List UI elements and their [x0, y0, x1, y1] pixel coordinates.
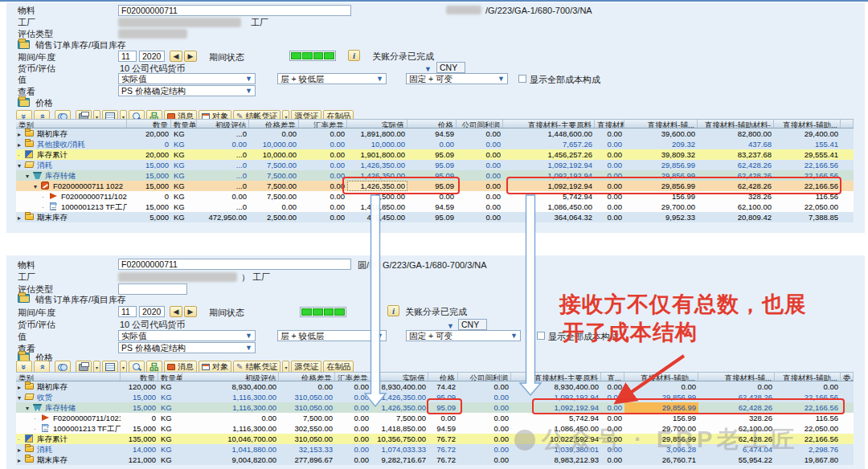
table-row[interactable]: ▸期末库存121,000KG9,004,820.00277,896.670.00… [16, 455, 854, 465]
level-select[interactable]: 层 + 较低层▼ [277, 73, 387, 84]
column-header[interactable] [841, 120, 854, 128]
tree-cell[interactable]: ▾库存转储 [16, 402, 121, 413]
column-header[interactable]: 类别 [16, 373, 121, 381]
info-icon[interactable]: i [387, 305, 399, 316]
column-header[interactable]: 价格差异 [249, 120, 299, 128]
fixed-variable-select[interactable]: 固定 + 可变▼ [406, 73, 508, 84]
table-row[interactable]: ·F02000000711/10220KG0.007,500.000.007,5… [16, 191, 854, 202]
fixed-variable-select[interactable]: 固定 + 可变▼ [406, 330, 521, 341]
tree-cell[interactable]: ▾消耗 [16, 160, 127, 170]
expand-toggle-icon[interactable]: ▸ [18, 140, 25, 149]
folder-icon[interactable] [18, 98, 30, 107]
expand-toggle-icon[interactable]: ▸ [18, 455, 25, 465]
table-row[interactable]: ·库存累计20,000KG...010,000.000.001,901,800.… [16, 149, 854, 160]
column-header[interactable]: 汇率差异 [335, 373, 371, 381]
column-header[interactable]: 数量单位 [158, 373, 182, 381]
column-header[interactable]: 委... [841, 373, 854, 381]
tree-cell[interactable]: ·F02000000711/1022 [16, 191, 127, 202]
tree-cell[interactable]: ·库存累计 [16, 434, 121, 444]
value-select[interactable]: 实际值▼ [118, 73, 256, 84]
expand-toggle-icon[interactable]: ▸ [18, 382, 25, 392]
table-row[interactable]: ·1000001213 TF工厂间的15,000KG1,116,300.0030… [16, 423, 854, 434]
column-header[interactable]: 初级评估 [197, 120, 249, 128]
table-row[interactable]: ·1000001213 TF工厂间的15,000KG...00.000.001,… [16, 202, 854, 212]
table-row[interactable]: ▸期末库存5,000KG472,950.002,500.000.00475,45… [16, 212, 854, 222]
column-header[interactable]: 直... [601, 373, 624, 381]
expand-toggle-icon[interactable]: ▾ [26, 171, 33, 181]
period-year-input[interactable]: 2020 [139, 51, 165, 62]
expand-toggle-icon[interactable]: · [34, 424, 41, 434]
next-period-button[interactable]: ▶ [184, 306, 197, 317]
table-row[interactable]: ▸期初库存120,000KG8,930,400.000.000.008,930,… [16, 381, 854, 392]
period-month-input[interactable]: 11 [118, 51, 137, 62]
column-header[interactable]: 价格 [428, 373, 458, 381]
expand-toggle-icon[interactable]: ▾ [34, 181, 41, 191]
column-header[interactable]: 数量单位 [171, 120, 197, 128]
column-header[interactable]: 直接材料-辅... [624, 120, 698, 128]
column-header[interactable]: 直接材料-... [595, 120, 624, 128]
column-header[interactable]: 数量 [121, 373, 158, 381]
column-header[interactable]: 数量 [127, 120, 171, 128]
column-header[interactable]: 直接材料-主要原料 [503, 120, 595, 128]
column-header[interactable]: 价格差异 [279, 373, 335, 381]
tree-cell[interactable]: ▸其他接收/消耗 [16, 139, 127, 149]
column-header[interactable]: 直接材料-主要原料 [511, 373, 601, 381]
tree-cell[interactable]: ▸期末库存 [16, 455, 121, 465]
previous-period-button[interactable]: ◀ [170, 51, 182, 62]
table-row[interactable]: ▾消耗15,000KG...07,500.000.001,426,350.009… [16, 160, 854, 170]
column-header[interactable]: 价格 [407, 120, 457, 128]
expand-toggle-icon[interactable]: ▸ [18, 213, 25, 222]
table-row[interactable]: ·F02000000711/10210KG0.007,500.000.007,5… [16, 413, 854, 423]
valuation-type-input[interactable] [118, 283, 187, 295]
expand-toggle-icon[interactable]: · [18, 434, 25, 444]
column-header[interactable]: 实际值 [371, 373, 428, 381]
tree-cell[interactable]: ·1000001213 TF工厂间的 [16, 202, 127, 212]
tree-cell[interactable]: ·1000001213 TF工厂间的 [16, 423, 121, 434]
tree-cell[interactable]: ▸期末库存 [16, 212, 127, 222]
column-header[interactable]: 直接材料-辅... [698, 373, 775, 381]
tree-cell[interactable]: ▾收货 [16, 392, 121, 402]
tree-cell[interactable]: ·库存累计 [16, 149, 127, 160]
table-row[interactable]: ▾库存转储15,000KG...07,500.000.001,426,350.0… [16, 170, 854, 181]
value-select[interactable]: 实际值▼ [118, 330, 256, 341]
view-select[interactable]: PS 价格确定结构▼ [118, 342, 256, 353]
folder-icon[interactable] [18, 40, 30, 49]
tree-cell[interactable]: ·F02000000711/1021 [16, 413, 121, 423]
expand-toggle-icon[interactable]: ▾ [26, 403, 33, 413]
column-header[interactable]: 类别 [16, 120, 127, 128]
expand-toggle-icon[interactable]: ▾ [18, 161, 25, 170]
table-row[interactable]: ▾收货15,000KG1,116,300.00310,050.000.001,4… [16, 392, 854, 402]
table-row[interactable]: ▸其他接收/消耗0KG0.0010,000.000.0010,000.000.0… [16, 139, 854, 149]
column-header[interactable]: 直接材料-辅助... [624, 373, 698, 381]
tree-cell[interactable]: ▸期初库存 [16, 128, 127, 139]
expand-toggle-icon[interactable]: ▾ [18, 393, 25, 402]
column-header[interactable]: 实际值 [347, 120, 407, 128]
expand-toggle-icon[interactable]: · [42, 202, 49, 212]
expand-toggle-icon[interactable]: · [34, 414, 41, 423]
table-row[interactable]: ▸消耗14,000KG1,041,880.0032,153.330.001,07… [16, 444, 854, 455]
tree-cell[interactable]: ▾F02000000711 1022 [16, 181, 127, 191]
column-header[interactable]: 直接材料-辅助... [775, 373, 841, 381]
next-period-button[interactable]: ▶ [184, 51, 197, 62]
period-month-input[interactable]: 11 [118, 306, 137, 317]
folder-icon[interactable] [18, 294, 30, 303]
column-header[interactable]: 直接材料-辅助材料- [698, 120, 774, 128]
tree-cell[interactable]: ▾库存转储 [16, 170, 127, 181]
show-all-cost-components-checkbox[interactable] [537, 332, 545, 340]
tree-cell[interactable]: ▸消耗 [16, 444, 121, 455]
period-year-input[interactable]: 2020 [139, 306, 165, 317]
table-row[interactable]: ▾F02000000711 102215,000KG...07,500.000.… [16, 181, 854, 191]
show-all-cost-components-checkbox[interactable] [518, 75, 526, 83]
column-header[interactable]: 公司间利润 [458, 373, 511, 381]
material-input[interactable]: F02000000711 [118, 5, 351, 16]
table-row[interactable]: ▸期初库存20,000KG...00.000.001,891,800.0094.… [16, 128, 854, 139]
previous-period-button[interactable]: ◀ [170, 306, 182, 317]
column-header[interactable]: 公司间利润 [457, 120, 503, 128]
view-select[interactable]: PS 价格确定结构▼ [118, 85, 256, 96]
expand-toggle-icon[interactable]: · [42, 192, 49, 202]
level-select[interactable]: 层 + 较低层▼ [277, 330, 387, 341]
tree-cell[interactable]: ▸期初库存 [16, 381, 121, 392]
expand-toggle-icon[interactable]: ▸ [18, 445, 25, 455]
expand-toggle-icon[interactable]: · [18, 150, 25, 160]
column-header[interactable]: 汇率差异 [299, 120, 347, 128]
